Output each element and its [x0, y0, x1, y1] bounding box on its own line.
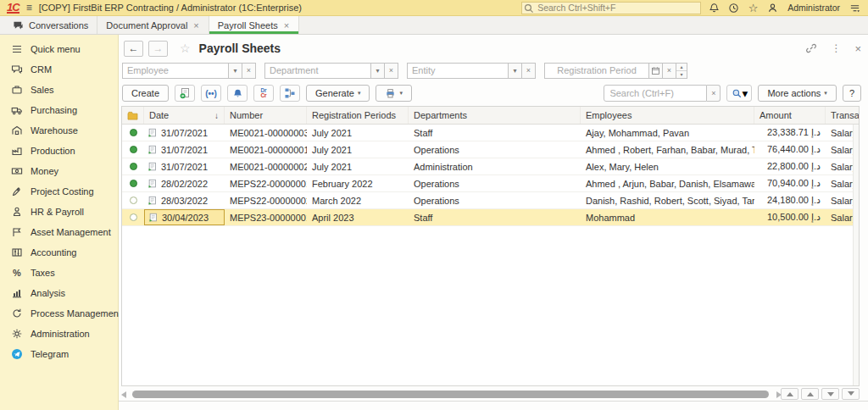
list-navigation-buttons: [781, 388, 860, 400]
administration-gear-icon: [11, 328, 23, 340]
sidebar-item-telegram[interactable]: Telegram: [0, 344, 118, 364]
go-next-button[interactable]: [821, 388, 839, 400]
list-search-input[interactable]: [604, 85, 707, 102]
table-row[interactable]: 28/03/2022 MEPS22-00000002 March 2022 Op…: [122, 192, 859, 209]
print-button[interactable]: ▾: [376, 85, 412, 102]
sidebar-item-production[interactable]: Production: [0, 141, 118, 161]
posting-entries-button[interactable]: DrCr: [253, 85, 274, 102]
department-filter: ▾ ×: [264, 63, 398, 79]
sidebar-item-project-costing[interactable]: Project Costing: [0, 181, 118, 202]
employee-filter-input[interactable]: [122, 63, 229, 79]
registration-period-input[interactable]: [544, 63, 649, 79]
registration-period-stepper[interactable]: ▴▾: [676, 63, 687, 79]
main-menu-icon[interactable]: ≡: [26, 2, 32, 14]
header-registration-periods[interactable]: Registration Periods: [307, 107, 409, 124]
sidebar-item-warehouse[interactable]: Warehouse: [0, 120, 118, 141]
favorites-star-icon[interactable]: ☆: [747, 2, 760, 14]
sidebar-item-hr-payroll[interactable]: HR & Payroll: [0, 202, 118, 222]
header-date[interactable]: Date↓: [144, 107, 225, 124]
more-menu-icon[interactable]: ⋮: [831, 42, 841, 54]
entity-filter: ▾ ×: [407, 63, 536, 79]
copy-document-button[interactable]: [175, 85, 195, 102]
header-amount[interactable]: Amount: [754, 107, 826, 124]
user-icon[interactable]: [766, 2, 779, 14]
table-row[interactable]: 31/07/2021 ME0021-00000001 July 2021 Ope…: [122, 141, 859, 158]
department-dropdown-button[interactable]: ▾: [371, 63, 385, 79]
header-employees[interactable]: Employees: [581, 107, 754, 124]
table-row[interactable]: 31/07/2021 ME0021-00000002 July 2021 Adm…: [122, 158, 859, 175]
tab-document-approval[interactable]: Document Approval ×: [97, 16, 209, 34]
reminder-button[interactable]: [227, 85, 248, 102]
generate-button[interactable]: Generate▾: [306, 85, 370, 102]
favorite-star-icon[interactable]: ☆: [180, 42, 191, 55]
employee-filter: ▾ ×: [122, 63, 256, 79]
sidebar-item-administration[interactable]: Administration: [0, 324, 118, 344]
help-button[interactable]: ?: [843, 85, 861, 102]
posted-status-icon: [130, 146, 137, 153]
department-filter-input[interactable]: [264, 63, 371, 79]
horizontal-scrollbar[interactable]: [121, 390, 782, 399]
broadcast-button[interactable]: (••): [201, 85, 221, 102]
sidebar-item-sales[interactable]: Sales: [0, 80, 118, 100]
search-settings-button[interactable]: ▾: [726, 85, 752, 102]
entity-clear-button[interactable]: ×: [522, 63, 536, 79]
conversations-icon: [13, 20, 24, 30]
accounting-abacus-icon: [11, 247, 23, 258]
go-previous-button[interactable]: [801, 388, 819, 400]
create-button[interactable]: Create: [122, 85, 169, 102]
sidebar-item-purchasing[interactable]: Purchasing: [0, 100, 118, 120]
sidebar-item-money[interactable]: Money: [0, 161, 118, 181]
sidebar-item-analysis[interactable]: Analysis: [0, 283, 118, 303]
employee-dropdown-button[interactable]: ▾: [229, 63, 242, 79]
header-transaction[interactable]: Transac: [826, 107, 859, 124]
copy-document-icon: [179, 87, 191, 99]
document-structure-button[interactable]: [280, 85, 300, 102]
sidebar-item-taxes[interactable]: % Taxes: [0, 263, 118, 283]
header-departments[interactable]: Departments: [409, 107, 581, 124]
sidebar-item-accounting[interactable]: Accounting: [0, 242, 118, 263]
history-icon[interactable]: [727, 2, 740, 14]
notifications-bell-icon[interactable]: [708, 2, 721, 14]
header-number[interactable]: Number: [225, 107, 307, 124]
posted-status-icon: [130, 129, 137, 136]
scroll-left-icon[interactable]: [121, 391, 126, 398]
vertical-scrollbar[interactable]: [853, 125, 859, 385]
entity-dropdown-button[interactable]: ▾: [509, 63, 522, 79]
close-tab-icon[interactable]: ×: [192, 20, 199, 30]
sort-desc-icon: ↓: [214, 111, 219, 120]
sidebar-item-asset-management[interactable]: Asset Management: [0, 222, 118, 242]
go-last-button[interactable]: [842, 388, 860, 400]
group-column-header[interactable]: [122, 107, 144, 124]
global-search-input[interactable]: [521, 2, 701, 14]
forward-button[interactable]: →: [148, 41, 168, 57]
close-tab-icon[interactable]: ×: [283, 20, 290, 30]
table-row-selected[interactable]: 30/04/2023 MEPS23-00000001 April 2023 St…: [122, 209, 859, 226]
close-pane-icon[interactable]: ×: [854, 42, 861, 55]
entity-filter-input[interactable]: [407, 63, 509, 79]
employee-clear-button[interactable]: ×: [242, 63, 256, 79]
user-name[interactable]: Administrator: [787, 3, 840, 13]
go-first-button[interactable]: [781, 388, 798, 400]
folder-icon: [127, 111, 138, 120]
tool-panel-icon[interactable]: [849, 2, 861, 14]
calendar-icon[interactable]: [649, 63, 663, 79]
production-factory-icon: [11, 145, 23, 157]
unposted-status-icon: [130, 213, 137, 221]
more-actions-button[interactable]: More actions▾: [758, 85, 837, 102]
global-search[interactable]: [521, 2, 701, 14]
tab-payroll-sheets[interactable]: Payroll Sheets ×: [209, 16, 299, 34]
scrollbar-thumb[interactable]: [132, 391, 769, 398]
sidebar-item-quick-menu[interactable]: Quick menu: [0, 39, 118, 59]
posted-status-icon: [130, 163, 137, 170]
get-link-icon[interactable]: [805, 42, 817, 54]
department-clear-button[interactable]: ×: [385, 63, 398, 79]
sidebar-item-crm[interactable]: CRM: [0, 59, 118, 80]
list-search-clear-button[interactable]: ×: [707, 85, 721, 102]
search-icon: [524, 3, 534, 14]
table-row[interactable]: 28/02/2022 MEPS22-00000001 February 2022…: [122, 175, 859, 192]
table-row[interactable]: 31/07/2021 ME0021-00000003 July 2021 Sta…: [122, 125, 859, 141]
registration-period-clear-button[interactable]: ×: [663, 63, 676, 79]
back-button[interactable]: ←: [124, 41, 143, 57]
sidebar-item-process-management[interactable]: Process Management: [0, 303, 118, 324]
tab-conversations[interactable]: Conversations: [3, 16, 97, 34]
